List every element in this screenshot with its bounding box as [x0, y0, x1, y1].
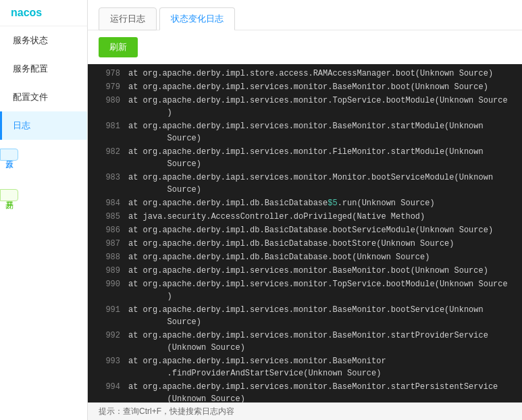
line-content: at org.apache.derby.impl.services.monito… — [128, 278, 508, 303]
app-logo: nacos — [11, 7, 42, 18]
line-content: at org.apache.derby.iapi.services.monito… — [128, 172, 493, 196]
log-line: 983 at org.apache.derby.iapi.services.mo… — [88, 171, 522, 196]
line-content: at org.apache.derby.impl.db.BasicDatabas… — [128, 238, 454, 250]
tabs-container: 运行日志 状态变化日志 — [88, 0, 522, 30]
sidebar-label-config-file: 配置文件 — [13, 92, 48, 102]
sidebar-item-config-file[interactable]: 配置文件 — [0, 83, 87, 111]
refresh-button[interactable]: 刷新 — [99, 37, 138, 57]
line-content: at org.apache.derby.impl.services.monito… — [128, 120, 484, 145]
tab-state-change-log-label: 状态变化日志 — [171, 14, 224, 24]
sidebar-item-service-config[interactable]: 服务配置 — [0, 55, 87, 83]
sidebar-label-service-status: 服务状态 — [13, 35, 48, 45]
line-number: 989 — [93, 265, 120, 277]
line-content: at org.apache.derby.impl.db.BasicDatabas… — [128, 224, 493, 236]
log-line: 980 at org.apache.derby.impl.services.mo… — [88, 94, 522, 120]
log-line: 990 at org.apache.derby.impl.services.mo… — [88, 278, 522, 303]
line-content: at org.apache.derby.impl.services.monito… — [128, 146, 484, 170]
line-number: 983 — [93, 172, 120, 196]
line-number: 988 — [93, 251, 120, 263]
log-line: 987 at org.apache.derby.impl.db.BasicDat… — [88, 237, 522, 251]
sidebar-item-log[interactable]: 日志 — [0, 111, 87, 140]
line-number: 984 — [93, 197, 120, 209]
line-content: at org.apache.derby.impl.services.monito… — [128, 330, 488, 354]
log-line: 984 at org.apache.derby.impl.db.BasicDat… — [88, 196, 522, 210]
log-viewer[interactable]: 978 at org.apache.derby.impl.store.acces… — [88, 64, 522, 402]
sidebar-label-log: 日志 — [13, 120, 30, 130]
line-number: 994 — [93, 381, 120, 402]
line-number: 986 — [93, 224, 120, 236]
status-text: 提示：查询Ctrl+F，快捷搜索日志内容 — [99, 406, 234, 416]
line-content: at org.apache.derby.impl.services.monito… — [128, 95, 508, 119]
sidebar-label-service-config: 服务配置 — [13, 63, 48, 74]
log-line: 989 at org.apache.derby.impl.services.mo… — [88, 264, 522, 278]
tab-state-change-log[interactable]: 状态变化日志 — [159, 7, 235, 30]
log-line: 981 at org.apache.derby.impl.services.mo… — [88, 120, 522, 145]
log-line: 979 at org.apache.derby.impl.services.mo… — [88, 80, 522, 94]
cloud-panel-toggle[interactable]: 云原 — [0, 149, 18, 161]
line-number: 979 — [93, 81, 120, 93]
status-bar: 提示：查询Ctrl+F，快捷搜索日志内容 — [88, 402, 522, 420]
line-content: at java.security.AccessController.doPriv… — [128, 211, 425, 223]
line-number: 990 — [93, 278, 120, 303]
toolbar: 刷新 — [88, 30, 522, 64]
line-number: 978 — [93, 68, 120, 80]
tab-running-log[interactable]: 运行日志 — [99, 7, 157, 30]
line-number: 992 — [93, 330, 120, 354]
log-line: 991 at org.apache.derby.impl.services.mo… — [88, 303, 522, 329]
log-line: 994 at org.apache.derby.impl.services.mo… — [88, 380, 522, 402]
line-content: at org.apache.derby.impl.store.access.RA… — [128, 68, 493, 80]
line-number: 991 — [93, 304, 120, 328]
line-number: 981 — [93, 120, 120, 145]
line-content: at org.apache.derby.impl.services.monito… — [128, 265, 488, 277]
line-content: at org.apache.derby.impl.services.monito… — [128, 355, 386, 379]
tab-running-log-label: 运行日志 — [110, 14, 145, 24]
line-number: 980 — [93, 95, 120, 119]
log-line: 988 at org.apache.derby.impl.db.BasicDat… — [88, 251, 522, 264]
line-number: 987 — [93, 238, 120, 250]
log-line: 978 at org.apache.derby.impl.store.acces… — [88, 67, 522, 80]
log-line: 992 at org.apache.derby.impl.services.mo… — [88, 329, 522, 355]
easy-panel-toggle[interactable]: 易开 — [0, 189, 18, 201]
line-number: 993 — [93, 355, 120, 379]
line-content: at org.apache.derby.impl.db.BasicDatabas… — [128, 197, 435, 209]
line-content: at org.apache.derby.impl.services.monito… — [128, 381, 498, 402]
line-number: 982 — [93, 146, 120, 170]
line-content: at org.apache.derby.impl.db.BasicDatabas… — [128, 251, 429, 263]
sidebar-item-service-status[interactable]: 服务状态 — [0, 26, 87, 55]
line-number: 985 — [93, 211, 120, 223]
log-line: 982 at org.apache.derby.impl.services.mo… — [88, 145, 522, 171]
log-line: 985 at java.security.AccessController.do… — [88, 210, 522, 224]
log-line: 986 at org.apache.derby.impl.db.BasicDat… — [88, 224, 522, 237]
line-content: at org.apache.derby.impl.services.monito… — [128, 304, 484, 328]
line-content: at org.apache.derby.impl.services.monito… — [128, 81, 488, 93]
log-line: 993 at org.apache.derby.impl.services.mo… — [88, 355, 522, 380]
